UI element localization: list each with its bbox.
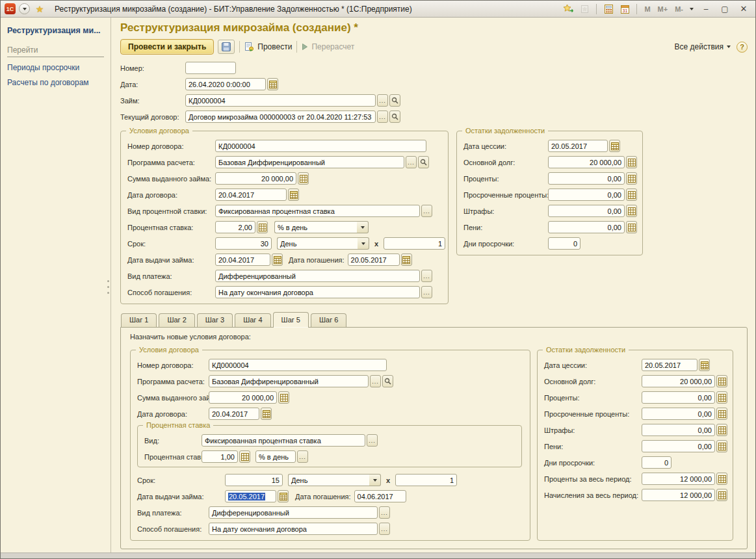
memory-dropdown-button[interactable] bbox=[688, 6, 695, 12]
dropdown-button[interactable] bbox=[358, 237, 369, 250]
new-contract-date-calendar-button[interactable] bbox=[261, 408, 272, 420]
repay-method-input[interactable]: На дату окончания договора bbox=[215, 286, 420, 298]
history-button[interactable] bbox=[578, 3, 591, 15]
amount-input[interactable]: 20 000,00 bbox=[215, 172, 296, 185]
date-calendar-button[interactable] bbox=[267, 78, 278, 90]
tab-step-3[interactable]: Шаг 3 bbox=[197, 313, 233, 327]
fines-input[interactable]: 0,00 bbox=[548, 205, 625, 217]
new-rate-unit-input[interactable]: % в день bbox=[255, 450, 296, 463]
new-rate-calc-button[interactable] bbox=[239, 450, 250, 463]
new-cession-date-calendar-button[interactable] bbox=[699, 359, 710, 371]
penalties-calc-button[interactable] bbox=[626, 221, 637, 233]
new-rate-kind-input[interactable]: Фиксированная процентная ставка bbox=[202, 434, 365, 447]
new-overdue-days-input[interactable]: 0 bbox=[642, 456, 671, 469]
term-multiplier-input[interactable]: 1 bbox=[384, 237, 445, 250]
rate-kind-input[interactable]: Фиксированная процентная ставка bbox=[215, 205, 420, 217]
new-rate-kind-choose-button[interactable]: ... bbox=[367, 434, 378, 447]
loan-open-button[interactable] bbox=[389, 94, 400, 107]
current-contract-open-button[interactable] bbox=[389, 110, 400, 123]
new-term-unit-combo[interactable]: День bbox=[288, 474, 381, 486]
memory-recall-button[interactable]: M bbox=[642, 5, 652, 13]
main-menu-button[interactable] bbox=[19, 3, 30, 14]
term-unit-combo[interactable]: День bbox=[277, 237, 369, 250]
all-actions-button[interactable]: Все действия bbox=[675, 42, 731, 51]
new-overdue-interest-input[interactable]: 0,00 bbox=[642, 408, 715, 420]
new-interest-input[interactable]: 0,00 bbox=[642, 391, 715, 404]
new-issue-date-input[interactable]: 20.05.2017 bbox=[225, 490, 276, 502]
new-repay-method-choose-button[interactable]: ... bbox=[379, 523, 390, 535]
new-contract-number-input[interactable]: КД0000004 bbox=[209, 359, 387, 371]
due-date-calendar-button[interactable] bbox=[401, 254, 412, 266]
penalties-input[interactable]: 0,00 bbox=[548, 221, 625, 233]
repay-method-choose-button[interactable]: ... bbox=[421, 286, 432, 298]
payment-kind-input[interactable]: Дифференцированный bbox=[215, 270, 420, 282]
new-term-input[interactable]: 15 bbox=[225, 474, 283, 486]
rate-calc-button[interactable] bbox=[257, 221, 268, 233]
overdue-interest-calc-button[interactable] bbox=[626, 188, 637, 201]
calculator-button[interactable] bbox=[602, 3, 615, 15]
new-program-open-button[interactable] bbox=[382, 375, 393, 387]
new-fines-calc-button[interactable] bbox=[716, 424, 727, 436]
contract-date-calendar-button[interactable] bbox=[288, 188, 299, 201]
term-input[interactable]: 30 bbox=[215, 237, 272, 250]
new-issue-date-calendar-button[interactable] bbox=[278, 490, 289, 502]
sidebar-link-contract-calculations[interactable]: Расчеты по договорам bbox=[7, 78, 104, 87]
new-program-choose-button[interactable]: ... bbox=[370, 375, 381, 387]
close-button[interactable]: ✕ bbox=[736, 3, 751, 15]
current-contract-choose-button[interactable]: ... bbox=[377, 110, 388, 123]
new-interest-calc-button[interactable] bbox=[716, 391, 727, 404]
new-term-multiplier-input[interactable]: 1 bbox=[395, 474, 457, 486]
program-input[interactable]: Базовая Диффиренцированный bbox=[215, 156, 404, 168]
period-interest-input[interactable]: 12 000,00 bbox=[642, 473, 715, 485]
amount-calc-button[interactable] bbox=[298, 172, 309, 185]
tab-step-5[interactable]: Шаг 5 bbox=[273, 312, 309, 328]
new-principal-input[interactable]: 20 000,00 bbox=[642, 375, 715, 387]
new-penalties-calc-button[interactable] bbox=[716, 440, 727, 452]
contract-date-input[interactable]: 20.04.2017 bbox=[215, 188, 287, 201]
cession-date-calendar-button[interactable] bbox=[609, 140, 620, 152]
rate-kind-choose-button[interactable]: ... bbox=[421, 205, 432, 217]
memory-minus-button[interactable]: M- bbox=[673, 5, 685, 13]
tab-step-6[interactable]: Шаг 6 bbox=[311, 313, 346, 327]
new-contract-date-input[interactable]: 20.04.2017 bbox=[209, 408, 259, 420]
issue-date-input[interactable]: 20.04.2017 bbox=[215, 254, 270, 266]
interest-input[interactable]: 0,00 bbox=[548, 172, 625, 185]
sidebar-splitter[interactable] bbox=[107, 280, 109, 294]
fines-calc-button[interactable] bbox=[626, 205, 637, 217]
memory-plus-button[interactable]: M+ bbox=[656, 5, 670, 13]
new-rate-input[interactable]: 1,00 bbox=[202, 450, 238, 463]
period-interest-calc-button[interactable] bbox=[716, 473, 727, 485]
new-amount-calc-button[interactable] bbox=[278, 391, 289, 404]
rate-unit-combo[interactable]: % в день bbox=[274, 221, 369, 233]
interest-calc-button[interactable] bbox=[626, 172, 637, 185]
new-penalties-input[interactable]: 0,00 bbox=[642, 440, 715, 452]
overdue-days-input[interactable]: 0 bbox=[548, 237, 580, 250]
overdue-interest-input[interactable]: 0,00 bbox=[548, 188, 625, 201]
add-favorite-button[interactable] bbox=[562, 3, 575, 15]
maximize-button[interactable]: ▢ bbox=[717, 3, 733, 15]
loan-choose-button[interactable]: ... bbox=[377, 94, 388, 107]
payment-kind-choose-button[interactable]: ... bbox=[421, 270, 432, 282]
program-open-button[interactable] bbox=[418, 156, 429, 168]
issue-date-calendar-button[interactable] bbox=[272, 254, 283, 266]
new-rate-unit-choose-button[interactable]: ... bbox=[297, 450, 308, 463]
post-button[interactable]: Провести bbox=[244, 42, 292, 52]
sidebar-link-overdue-periods[interactable]: Периоды просрочки bbox=[7, 63, 104, 72]
period-accruals-input[interactable]: 12 000,00 bbox=[642, 489, 715, 501]
tab-step-1[interactable]: Шаг 1 bbox=[121, 313, 157, 327]
current-contract-input[interactable]: Договор микрозайма 000000003 от 20.04.20… bbox=[185, 110, 376, 123]
help-button[interactable]: ? bbox=[736, 42, 748, 53]
loan-input[interactable]: КД0000004 bbox=[185, 94, 376, 107]
tab-step-2[interactable]: Шаг 2 bbox=[159, 313, 194, 327]
new-overdue-interest-calc-button[interactable] bbox=[716, 408, 727, 420]
new-principal-calc-button[interactable] bbox=[716, 375, 727, 387]
new-payment-kind-input[interactable]: Дифференцированный bbox=[209, 506, 378, 519]
principal-calc-button[interactable] bbox=[626, 156, 637, 168]
save-button[interactable] bbox=[218, 40, 235, 54]
post-and-close-button[interactable]: Провести и закрыть bbox=[120, 39, 214, 55]
new-program-input[interactable]: Базовая Диффиренцированный bbox=[209, 375, 369, 387]
number-input[interactable] bbox=[185, 62, 236, 74]
minimize-button[interactable]: – bbox=[698, 3, 714, 15]
cession-date-input[interactable]: 20.05.2017 bbox=[548, 140, 608, 152]
calendar-button[interactable]: 31 bbox=[618, 3, 631, 15]
